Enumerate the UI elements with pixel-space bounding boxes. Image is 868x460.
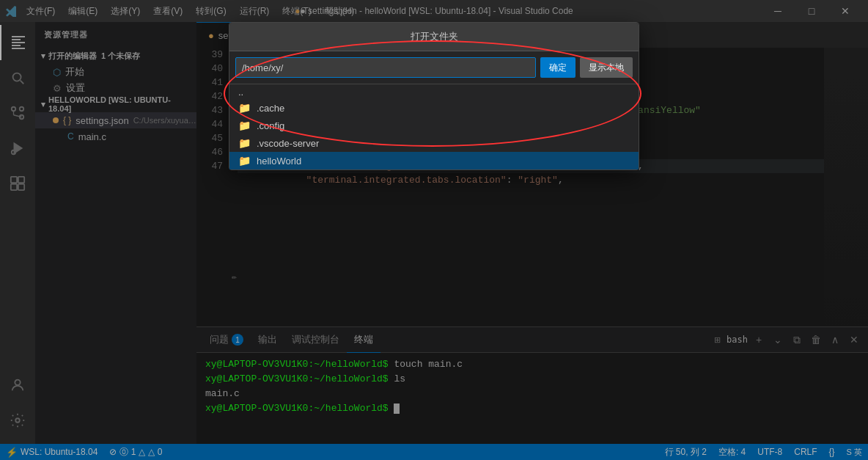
folder-icon: 📁 — [238, 155, 251, 167]
dialog-overlay: 打开文件夹 确定 显示本地 .. 📁 .cache 📁 .config 📁 .v… — [0, 0, 868, 460]
open-folder-dialog: 打开文件夹 确定 显示本地 .. 📁 .cache 📁 .config 📁 .v… — [229, 22, 639, 170]
folder-icon: 📁 — [238, 120, 251, 131]
folder-item-config[interactable]: 📁 .config — [229, 117, 639, 134]
folder-item-vscode-server[interactable]: 📁 .vscode-server — [229, 134, 639, 152]
show-local-button[interactable]: 显示本地 — [580, 57, 633, 78]
folder-item-cache[interactable]: 📁 .cache — [229, 99, 639, 117]
dialog-input-row: 确定 显示本地 — [229, 51, 639, 84]
folder-item-helloworld[interactable]: 📁 helloWorld — [229, 152, 639, 169]
folder-icon: 📁 — [238, 137, 251, 149]
folder-icon: 📁 — [238, 102, 251, 114]
parent-dir-item[interactable]: .. — [229, 84, 639, 99]
folder-dropdown: .. 📁 .cache 📁 .config 📁 .vscode-server 📁… — [229, 84, 639, 169]
confirm-button[interactable]: 确定 — [540, 57, 575, 78]
dialog-title: 打开文件夹 — [229, 23, 639, 51]
folder-path-input[interactable] — [235, 57, 536, 78]
